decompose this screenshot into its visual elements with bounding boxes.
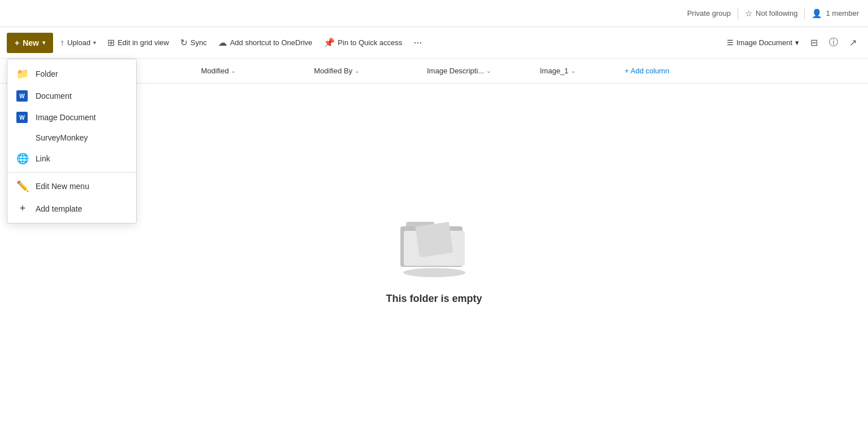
empty-message: This folder is empty bbox=[386, 293, 482, 305]
modified-sort-icon: ⌄ bbox=[231, 68, 235, 74]
menu-item-image-document[interactable]: W Image Document bbox=[7, 107, 136, 128]
menu-item-folder[interactable]: 📁 Folder bbox=[7, 63, 136, 85]
image1-label: Image_1 bbox=[540, 67, 569, 75]
image-desc-label: Image Descripti... bbox=[427, 67, 484, 75]
sync-button[interactable]: ↻ Sync bbox=[176, 33, 211, 53]
sync-icon: ↻ bbox=[180, 37, 187, 48]
menu-item-folder-label: Folder bbox=[36, 69, 58, 78]
menu-item-document[interactable]: W Document bbox=[7, 85, 136, 107]
person-icon: 👤 bbox=[812, 8, 822, 19]
col-modified[interactable]: Modified ⌄ bbox=[201, 67, 314, 75]
view-selector-button[interactable]: ☰ Image Document ▾ bbox=[722, 35, 804, 50]
new-button[interactable]: + New ▾ bbox=[7, 33, 53, 53]
edit-grid-label: Edit in grid view bbox=[117, 38, 169, 47]
menu-item-image-document-label: Image Document bbox=[36, 113, 96, 122]
grid-icon: ⊞ bbox=[107, 37, 115, 48]
menu-item-link[interactable]: 🌐 Link bbox=[7, 147, 136, 170]
private-group-label: Private group bbox=[687, 9, 731, 17]
info-button[interactable]: ⓘ bbox=[825, 33, 843, 53]
empty-folder-illustration bbox=[389, 200, 479, 279]
top-bar: Private group ☆ Not following 👤 1 member bbox=[0, 0, 868, 27]
col-image1[interactable]: Image_1 ⌄ bbox=[540, 67, 625, 75]
col-add-column[interactable]: + Add column bbox=[625, 67, 669, 75]
upload-button[interactable]: ↑ Upload ▾ bbox=[55, 33, 101, 53]
menu-item-edit-new-menu[interactable]: ✏️ Edit New menu bbox=[7, 175, 136, 198]
menu-item-edit-new-menu-label: Edit New menu bbox=[36, 182, 89, 191]
word-img-icon: W bbox=[16, 112, 29, 123]
pin-label: Pin to Quick access bbox=[338, 38, 402, 47]
col-image-desc[interactable]: Image Descripti... ⌄ bbox=[427, 67, 540, 75]
imgdesc-sort-icon: ⌄ bbox=[486, 68, 491, 74]
follow-button[interactable]: ☆ Not following bbox=[745, 8, 797, 19]
add-shortcut-button[interactable]: ☁ Add shortcut to OneDrive bbox=[213, 33, 317, 53]
filter-button[interactable]: ⊟ bbox=[806, 33, 822, 53]
img1-sort-icon: ⌄ bbox=[571, 68, 575, 74]
pencil-icon: ✏️ bbox=[16, 180, 29, 192]
word-doc-icon: W bbox=[16, 90, 29, 102]
svg-point-0 bbox=[403, 268, 465, 277]
star-icon: ☆ bbox=[745, 8, 752, 19]
upload-label: Upload bbox=[67, 38, 90, 47]
modby-sort-icon: ⌄ bbox=[355, 68, 359, 74]
pin-button[interactable]: 📌 Pin to Quick access bbox=[319, 33, 407, 53]
view-label: Image Document bbox=[736, 38, 792, 47]
col-modified-by[interactable]: Modified By ⌄ bbox=[314, 67, 427, 75]
globe-icon: 🌐 bbox=[16, 152, 29, 165]
member-count[interactable]: 👤 1 member bbox=[812, 8, 859, 19]
menu-item-document-label: Document bbox=[36, 91, 72, 100]
menu-item-surveymonkey[interactable]: SurveyMonkey bbox=[7, 128, 136, 147]
more-button[interactable]: ··· bbox=[409, 33, 426, 53]
menu-item-link-label: Link bbox=[36, 154, 50, 163]
new-label: New bbox=[23, 38, 39, 47]
new-chevron-icon: ▾ bbox=[42, 40, 45, 46]
new-dropdown-menu: 📁 Folder W Document W Image Document Sur… bbox=[7, 59, 137, 223]
command-bar: + New ▾ ↑ Upload ▾ ⊞ Edit in grid view ↻… bbox=[0, 27, 868, 59]
modified-by-label: Modified By bbox=[314, 67, 352, 75]
menu-separator bbox=[7, 172, 136, 173]
more-icon: ··· bbox=[413, 37, 422, 48]
sync-label: Sync bbox=[190, 38, 207, 47]
menu-item-add-template-label: Add template bbox=[36, 204, 82, 213]
not-following-label: Not following bbox=[756, 9, 797, 17]
pin-icon: 📌 bbox=[324, 37, 335, 48]
view-chevron-icon: ▾ bbox=[795, 38, 799, 47]
cmd-right: ☰ Image Document ▾ ⊟ ⓘ ↗ bbox=[722, 33, 861, 53]
open-icon: ↗ bbox=[849, 37, 857, 48]
folder-icon: 📁 bbox=[16, 68, 29, 80]
new-plus-icon: + bbox=[15, 38, 19, 47]
member-count-label: 1 member bbox=[826, 9, 859, 17]
lines-icon: ☰ bbox=[727, 38, 734, 47]
menu-item-add-template[interactable]: + Add template bbox=[7, 198, 136, 220]
add-column-label: + Add column bbox=[625, 67, 669, 75]
add-shortcut-label: Add shortcut to OneDrive bbox=[230, 38, 312, 47]
svg-rect-4 bbox=[415, 222, 453, 257]
divider2 bbox=[804, 8, 805, 19]
add-template-plus-icon: + bbox=[16, 203, 29, 214]
edit-grid-button[interactable]: ⊞ Edit in grid view bbox=[103, 33, 173, 53]
info-icon: ⓘ bbox=[829, 37, 838, 49]
private-group: Private group bbox=[687, 9, 731, 17]
menu-item-surveymonkey-label: SurveyMonkey bbox=[36, 133, 88, 142]
upload-icon: ↑ bbox=[60, 38, 64, 48]
divider bbox=[738, 8, 738, 19]
filter-icon: ⊟ bbox=[810, 37, 818, 48]
upload-chevron-icon: ▾ bbox=[93, 40, 96, 46]
shortcut-icon: ☁ bbox=[218, 37, 227, 48]
modified-label: Modified bbox=[201, 67, 229, 75]
open-button[interactable]: ↗ bbox=[845, 33, 861, 53]
